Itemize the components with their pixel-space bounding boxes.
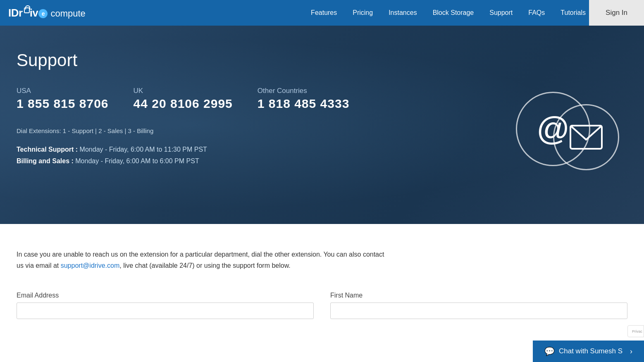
contact-region-usa: USA 1 855 815 8706 <box>17 87 109 111</box>
navbar: IDrive​ compute Features Pricing Instanc… <box>0 0 644 26</box>
content-section: In case you are unable to reach us on th… <box>0 224 644 336</box>
logo-e: e <box>38 9 48 18</box>
signin-button[interactable]: Sign In <box>589 0 644 26</box>
email-field-group: Email Address <box>17 292 314 319</box>
billing-sales-label: Billing and Sales : <box>17 157 74 164</box>
email-label: Email Address <box>17 292 314 299</box>
uk-label: UK <box>134 87 233 95</box>
support-form-row: Email Address First Name <box>17 292 627 319</box>
contact-grid: USA 1 855 815 8706 UK 44 20 8106 2995 Ot… <box>17 87 627 111</box>
other-phone: 1 818 485 4333 <box>258 97 350 111</box>
recaptcha-badge: Privac <box>627 325 644 336</box>
nav-support[interactable]: Support <box>484 7 518 19</box>
nav-block-storage[interactable]: Block Storage <box>427 7 480 19</box>
nav-features[interactable]: Features <box>305 7 343 19</box>
nav-tutorials[interactable]: Tutorials <box>555 7 592 19</box>
lock-icon <box>24 7 30 13</box>
logo-text: IDrive​ compute <box>8 7 86 19</box>
support-hours: Technical Support : Monday - Friday, 6:0… <box>17 146 627 165</box>
nav-faqs[interactable]: FAQs <box>522 7 551 19</box>
usa-phone: 1 855 815 8706 <box>17 97 109 111</box>
dial-extensions: Dial Extensions: 1 - Support | 2 - Sales… <box>17 127 627 134</box>
technical-support-hours: Technical Support : Monday - Friday, 6:0… <box>17 146 627 153</box>
firstname-input[interactable] <box>330 302 627 319</box>
support-email-link[interactable]: support@idrive.com <box>61 262 120 269</box>
billing-sales-hours: Billing and Sales : Monday - Friday, 6:0… <box>17 157 627 165</box>
firstname-label: First Name <box>330 292 627 299</box>
nav-links: Features Pricing Instances Block Storage… <box>305 7 636 19</box>
usa-label: USA <box>17 87 109 95</box>
contact-region-other: Other Countries 1 818 485 4333 <box>258 87 350 111</box>
paragraph-text-2: , live chat (available 24/7) or using th… <box>119 262 291 269</box>
logo[interactable]: IDrive​ compute <box>8 7 86 19</box>
nav-instances[interactable]: Instances <box>383 7 422 19</box>
uk-phone: 44 20 8106 2995 <box>134 97 233 111</box>
email-input[interactable] <box>17 302 314 319</box>
technical-support-label: Technical Support : <box>17 146 78 153</box>
contact-region-uk: UK 44 20 8106 2995 <box>134 87 233 111</box>
firstname-field-group: First Name <box>330 292 627 319</box>
content-paragraph: In case you are unable to reach us on th… <box>17 249 389 271</box>
nav-pricing[interactable]: Pricing <box>347 7 379 19</box>
page-title: Support <box>17 50 627 70</box>
other-label: Other Countries <box>258 87 350 95</box>
hero-section: Support USA 1 855 815 8706 UK 44 20 8106… <box>0 26 644 224</box>
